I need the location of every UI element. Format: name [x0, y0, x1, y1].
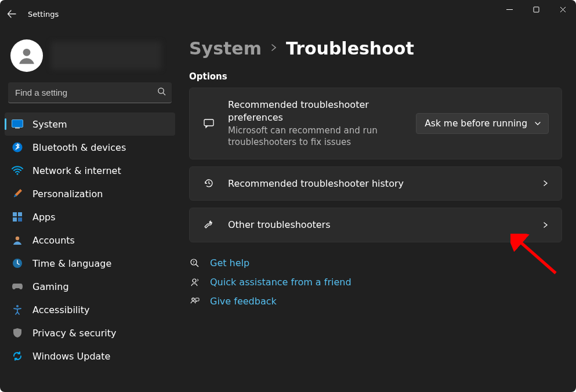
- sidebar-item-windows-update[interactable]: Windows Update: [5, 344, 175, 368]
- svg-point-2: [158, 88, 164, 93]
- svg-point-13: [16, 305, 19, 307]
- chat-icon: [202, 118, 215, 129]
- sidebar-item-label: Bluetooth & devices: [32, 142, 126, 153]
- chevron-down-icon: [534, 120, 541, 127]
- svg-rect-4: [15, 128, 20, 129]
- svg-text:?: ?: [193, 260, 195, 265]
- sidebar-item-privacy[interactable]: Privacy & security: [5, 321, 175, 344]
- section-options-label: Options: [189, 71, 562, 82]
- wifi-icon: [12, 165, 23, 176]
- sidebar-item-label: System: [32, 119, 67, 130]
- chevron-right-icon: [270, 43, 278, 54]
- person-icon: [17, 46, 37, 66]
- quick-assist-icon: [189, 277, 200, 287]
- card-other-troubleshooters[interactable]: Other troubleshooters: [189, 208, 562, 242]
- breadcrumb: System Troubleshoot: [189, 38, 562, 59]
- svg-point-6: [17, 173, 19, 175]
- maximize-icon: [533, 6, 539, 13]
- sidebar-item-label: Accounts: [32, 235, 75, 246]
- chevron-right-icon: [542, 220, 549, 231]
- sidebar-item-apps[interactable]: Apps: [5, 205, 175, 228]
- sidebar: System Bluetooth & devices Network & int…: [0, 28, 180, 392]
- sidebar-item-network[interactable]: Network & internet: [5, 159, 175, 182]
- svg-rect-9: [13, 217, 17, 222]
- arrow-left-icon: [7, 9, 16, 19]
- sidebar-item-system[interactable]: System: [5, 112, 175, 136]
- feedback-icon: [189, 296, 200, 306]
- sidebar-item-label: Accessibility: [32, 304, 89, 315]
- svg-rect-14: [204, 119, 213, 126]
- svg-point-1: [23, 49, 31, 56]
- app-title: Settings: [28, 10, 59, 19]
- svg-rect-8: [18, 212, 22, 216]
- sidebar-item-label: Time & language: [32, 258, 111, 269]
- profile-name-redacted: [51, 42, 161, 70]
- sidebar-item-gaming[interactable]: Gaming: [5, 275, 175, 298]
- settings-window: Settings: [0, 0, 576, 392]
- minimize-button[interactable]: [496, 0, 523, 19]
- paintbrush-icon: [12, 188, 23, 199]
- link-give-feedback[interactable]: Give feedback: [189, 296, 562, 307]
- svg-rect-0: [534, 7, 539, 12]
- svg-rect-10: [18, 217, 22, 222]
- window-controls: [496, 0, 576, 19]
- sidebar-item-accessibility[interactable]: Accessibility: [5, 298, 175, 321]
- sidebar-item-label: Network & internet: [32, 165, 121, 176]
- link-text[interactable]: Quick assistance from a friend: [210, 277, 352, 288]
- svg-point-11: [16, 237, 19, 240]
- titlebar: Settings: [0, 0, 576, 28]
- close-button[interactable]: [549, 0, 576, 19]
- card-troubleshooter-history[interactable]: Recommended troubleshooter history: [189, 166, 562, 201]
- nav-list: System Bluetooth & devices Network & int…: [0, 110, 180, 368]
- sidebar-item-label: Windows Update: [32, 351, 110, 362]
- svg-rect-3: [12, 120, 23, 128]
- update-icon: [12, 350, 23, 362]
- link-text[interactable]: Give feedback: [210, 296, 277, 307]
- breadcrumb-current: Troubleshoot: [286, 38, 414, 59]
- sidebar-item-label: Apps: [32, 212, 56, 223]
- dropdown-value: Ask me before running: [425, 118, 527, 129]
- maximize-button[interactable]: [523, 0, 549, 19]
- avatar: [10, 39, 43, 72]
- clock-globe-icon: [12, 257, 23, 269]
- accessibility-icon: [12, 304, 23, 315]
- svg-point-18: [191, 298, 194, 300]
- sidebar-item-label: Gaming: [32, 281, 69, 292]
- shield-icon: [12, 327, 23, 339]
- sidebar-item-accounts[interactable]: Accounts: [5, 228, 175, 252]
- close-icon: [560, 6, 566, 13]
- back-button[interactable]: [0, 0, 23, 28]
- help-icon: ?: [189, 258, 200, 268]
- sidebar-item-bluetooth[interactable]: Bluetooth & devices: [5, 136, 175, 159]
- svg-rect-19: [195, 298, 199, 301]
- sidebar-item-personalization[interactable]: Personalization: [5, 182, 175, 205]
- sidebar-item-label: Personalization: [32, 188, 103, 199]
- accounts-icon: [12, 234, 23, 246]
- apps-icon: [12, 211, 23, 223]
- card-title: Other troubleshooters: [228, 219, 529, 231]
- sidebar-item-time-language[interactable]: Time & language: [5, 252, 175, 275]
- history-icon: [202, 177, 215, 189]
- chevron-right-icon: [542, 178, 549, 189]
- card-recommended-prefs: Recommended troubleshooter preferences M…: [189, 88, 562, 159]
- sidebar-item-label: Privacy & security: [32, 328, 116, 339]
- card-title: Recommended troubleshooter preferences: [228, 99, 403, 124]
- svg-rect-7: [13, 212, 17, 216]
- search-icon: [157, 87, 166, 98]
- gamepad-icon: [12, 281, 23, 292]
- link-text[interactable]: Get help: [210, 257, 249, 268]
- breadcrumb-parent[interactable]: System: [189, 38, 262, 59]
- svg-point-17: [193, 279, 196, 282]
- search-box[interactable]: [8, 82, 172, 103]
- search-input[interactable]: [15, 88, 157, 97]
- link-get-help[interactable]: ? Get help: [189, 257, 562, 268]
- profile-block[interactable]: [0, 31, 180, 82]
- card-desc: Microsoft can recommend and run troubles…: [228, 125, 403, 148]
- link-quick-assist[interactable]: Quick assistance from a friend: [189, 277, 562, 288]
- card-title: Recommended troubleshooter history: [228, 177, 529, 190]
- recommended-prefs-dropdown[interactable]: Ask me before running: [416, 113, 549, 134]
- wrench-icon: [202, 219, 215, 231]
- content-pane: System Troubleshoot Options Recommended …: [180, 28, 576, 392]
- system-icon: [12, 118, 23, 130]
- help-links: ? Get help Quick assistance from a frien…: [189, 257, 562, 307]
